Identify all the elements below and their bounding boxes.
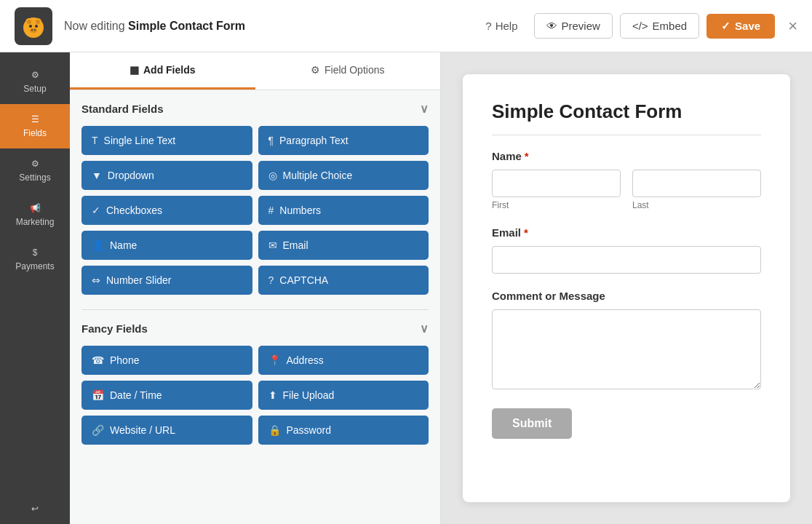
section-divider [81,309,429,310]
name-label: Name * [492,150,761,162]
phone-icon: ☎ [92,354,104,366]
email-label: Email * [492,226,761,239]
first-name-input[interactable] [492,170,621,197]
captcha-icon: ? [268,274,274,286]
editing-label: Now editing Simple Contact Form [64,20,465,33]
help-icon: ? [485,20,491,32]
fancy-fields-section: Fancy Fields ∨ ☎ Phone 📍 Address 📅 Date … [81,322,429,445]
sidebar-item-history[interactable]: ↩ [0,493,70,524]
field-btn-checkboxes[interactable]: ✓ Checkboxes [81,196,252,225]
address-icon: 📍 [268,354,281,366]
main-body: ⚙ Setup ☰ Fields ⚙ Settings 📢 Marketing … [0,52,812,524]
required-star: * [525,150,529,162]
submit-button[interactable]: Submit [492,408,572,439]
email-icon: ✉ [268,239,277,251]
standard-fields-grid: T Single Line Text ¶ Paragraph Text ▼ Dr… [81,126,429,295]
field-btn-date-time[interactable]: 📅 Date / Time [81,381,252,410]
last-name-input[interactable] [632,170,761,197]
field-btn-file-upload[interactable]: ⬆ File Upload [258,381,429,410]
field-btn-paragraph-text[interactable]: ¶ Paragraph Text [258,126,429,155]
field-btn-single-line-text[interactable]: T Single Line Text [81,126,252,155]
fields-icon: ☰ [31,114,39,124]
field-btn-number-slider[interactable]: ⇔ Number Slider [81,266,252,295]
field-btn-email[interactable]: ✉ Email [258,231,429,260]
field-btn-name[interactable]: 👤 Name [81,231,252,260]
required-star: * [524,226,528,239]
first-name-col: First [492,170,621,210]
preview-button[interactable]: 👁 Preview [534,13,613,39]
svg-point-6 [35,25,38,28]
help-button[interactable]: ? Help [477,15,526,36]
form-card: Simple Contact Form Name * First Last [463,74,790,502]
upload-icon: ⬆ [268,389,277,401]
header-actions: ? Help 👁 Preview </> Embed ✓ Save × [477,13,797,39]
last-sub-label: Last [632,200,761,210]
sidebar-item-settings[interactable]: ⚙ Settings [0,148,70,193]
svg-point-9 [34,29,36,31]
gear-icon: ⚙ [31,70,39,80]
dropdown-icon: ▼ [92,170,102,181]
field-btn-password[interactable]: 🔒 Password [258,416,429,445]
svg-point-7 [30,28,37,33]
save-button[interactable]: ✓ Save [706,14,775,39]
logo [15,7,52,45]
comment-field-group: Comment or Message [492,290,761,392]
first-sub-label: First [492,200,621,210]
comment-label: Comment or Message [492,290,761,302]
lock-icon: 🔒 [268,424,281,436]
sliders-icon: ⚙ [31,159,39,169]
radio-icon: ◎ [268,170,277,181]
dollar-icon: $ [33,247,38,258]
field-btn-address[interactable]: 📍 Address [258,346,429,375]
tab-field-options[interactable]: ⚙ Field Options [255,52,441,90]
code-icon: </> [632,20,648,32]
calendar-icon: 📅 [92,389,104,401]
check-icon: ✓ [721,20,731,33]
field-btn-numbers[interactable]: # Numbers [258,196,429,225]
grid-icon: ▦ [130,64,139,76]
sidebar-item-fields[interactable]: ☰ Fields [0,104,70,148]
svg-point-4 [36,20,40,24]
field-btn-dropdown[interactable]: ▼ Dropdown [81,161,252,190]
name-row: First Last [492,170,761,210]
eye-icon: 👁 [546,20,557,32]
paragraph-icon: ¶ [268,135,274,146]
panel-tabs: ▦ Add Fields ⚙ Field Options [70,52,440,90]
sliders-icon: ⚙ [311,64,320,76]
svg-point-3 [27,20,31,24]
fields-content: Standard Fields ∨ T Single Line Text ¶ P… [70,90,440,524]
top-header: Now editing Simple Contact Form ? Help 👁… [0,0,812,52]
svg-point-8 [31,29,33,31]
name-field-group: Name * First Last [492,150,761,210]
form-title: Simple Contact Form [492,100,761,135]
user-icon: 👤 [92,239,104,251]
email-input[interactable] [492,246,761,274]
field-btn-multiple-choice[interactable]: ◎ Multiple Choice [258,161,429,190]
field-btn-phone[interactable]: ☎ Phone [81,346,252,375]
last-name-col: Last [632,170,761,210]
sidebar-bottom: ↩ [0,493,70,524]
checkbox-icon: ✓ [92,205,100,216]
fancy-fields-grid: ☎ Phone 📍 Address 📅 Date / Time ⬆ File U… [81,346,429,445]
field-btn-captcha[interactable]: ? CAPTCHA [258,266,429,295]
tab-add-fields[interactable]: ▦ Add Fields [70,52,255,90]
embed-button[interactable]: </> Embed [620,13,699,39]
field-btn-website-url[interactable]: 🔗 Website / URL [81,416,252,445]
sidebar-item-payments[interactable]: $ Payments [0,237,70,282]
chevron-down-icon: ∨ [420,102,429,116]
form-preview: Simple Contact Form Name * First Last [441,52,812,524]
chevron-down-icon: ∨ [420,322,429,336]
icon-sidebar: ⚙ Setup ☰ Fields ⚙ Settings 📢 Marketing … [0,52,70,524]
sidebar-item-marketing[interactable]: 📢 Marketing [0,193,70,237]
standard-fields-header: Standard Fields ∨ [81,102,429,116]
svg-point-5 [29,25,32,28]
slider-icon: ⇔ [92,274,100,286]
close-button[interactable]: × [788,17,797,36]
megaphone-icon: 📢 [30,203,41,213]
comment-textarea[interactable] [492,309,761,389]
sidebar-item-setup[interactable]: ⚙ Setup [0,60,70,104]
link-icon: 🔗 [92,424,104,436]
hash-icon: # [268,205,274,216]
email-field-group: Email * [492,226,761,274]
text-icon: T [92,135,98,146]
